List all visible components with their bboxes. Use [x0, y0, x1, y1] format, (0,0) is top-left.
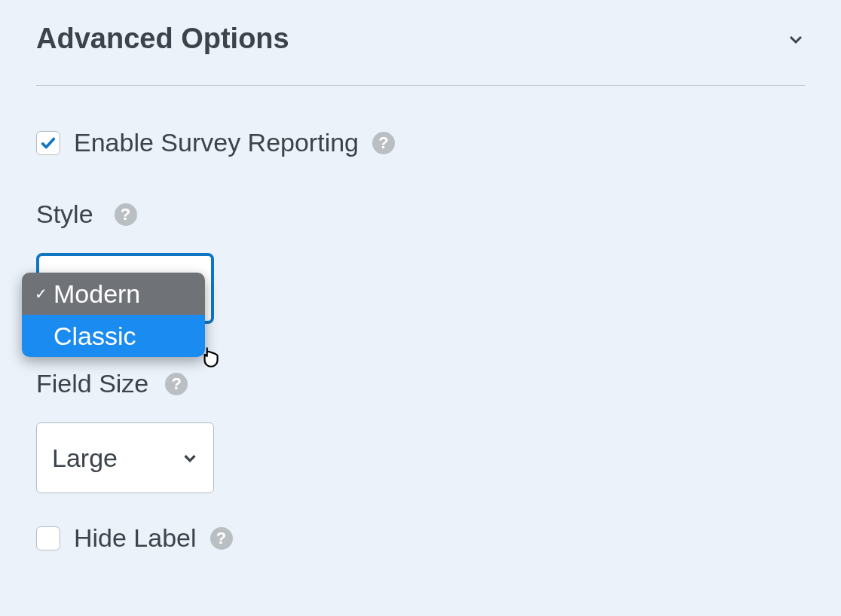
divider — [36, 85, 805, 86]
check-icon: ✓ — [32, 285, 49, 303]
field-size-select-value: Large — [52, 444, 118, 473]
advanced-options-header[interactable]: Advanced Options — [36, 23, 805, 55]
enable-survey-reporting-label: Enable Survey Reporting — [74, 128, 359, 157]
hide-label-label: Hide Label — [74, 523, 197, 553]
style-field-group: Style ? ✓ Modern Classic — [36, 200, 805, 324]
style-option-classic[interactable]: Classic — [22, 315, 205, 357]
style-label-row: Style ? — [36, 200, 805, 229]
field-size-group: Field Size ? Large — [36, 369, 805, 493]
style-option-modern[interactable]: ✓ Modern — [22, 273, 205, 315]
enable-survey-reporting-checkbox[interactable] — [36, 131, 60, 155]
style-option-label: Classic — [54, 322, 136, 351]
help-icon[interactable]: ? — [115, 203, 137, 226]
field-size-select[interactable]: Large — [36, 422, 214, 493]
hide-label-row: Hide Label ? — [36, 523, 805, 553]
style-option-label: Modern — [54, 279, 140, 309]
help-icon[interactable]: ? — [210, 527, 233, 550]
chevron-down-icon — [182, 450, 198, 466]
chevron-down-icon — [787, 30, 805, 48]
help-icon[interactable]: ? — [372, 132, 395, 154]
field-size-select-wrap: Large — [36, 422, 805, 493]
field-size-label: Field Size — [36, 369, 148, 398]
section-title: Advanced Options — [36, 23, 289, 55]
cursor-pointer-icon — [197, 345, 223, 371]
style-select-wrap: ✓ Modern Classic — [36, 253, 805, 324]
style-label: Style — [36, 200, 93, 229]
help-icon[interactable]: ? — [165, 373, 188, 395]
hide-label-checkbox[interactable] — [36, 526, 60, 550]
enable-survey-reporting-row: Enable Survey Reporting ? — [36, 128, 805, 157]
field-size-label-row: Field Size ? — [36, 369, 805, 398]
style-dropdown: ✓ Modern Classic — [22, 273, 205, 357]
